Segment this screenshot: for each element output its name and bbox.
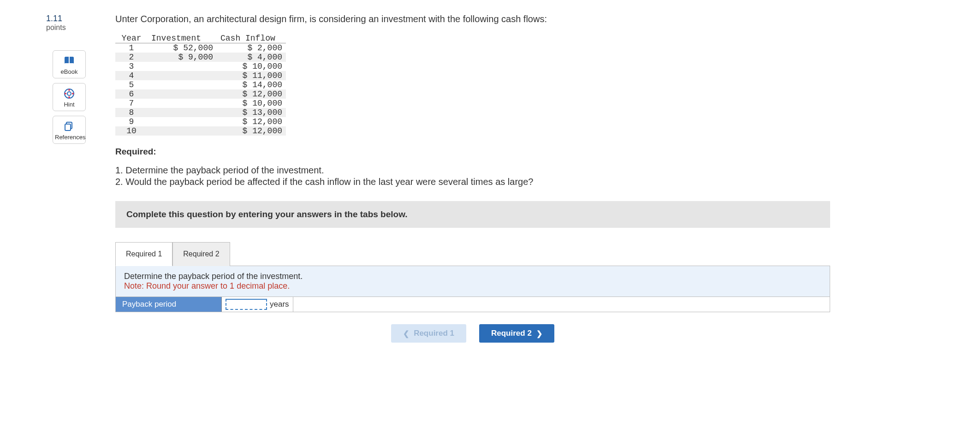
tab-required-2[interactable]: Required 2 — [172, 242, 230, 266]
hint-button[interactable]: Hint — [53, 83, 86, 111]
copy-icon — [64, 121, 75, 132]
cell-year: 9 — [115, 117, 148, 126]
cell-cash: $ 2,000 — [217, 43, 286, 53]
next-button[interactable]: Required 2 ❯ — [479, 324, 554, 343]
cell-year: 10 — [115, 126, 148, 136]
lifesaver-icon — [64, 88, 75, 99]
instruction-bar: Complete this question by entering your … — [115, 201, 830, 228]
requirements-list: 1. Determine the payback period of the i… — [115, 165, 830, 187]
tab-instruction-note: Note: Round your answer to 1 decimal pla… — [124, 281, 821, 291]
cell-year: 2 — [115, 53, 148, 62]
payback-input[interactable] — [226, 299, 267, 310]
answer-unit: years — [267, 300, 289, 309]
tab-required-1[interactable]: Required 1 — [115, 242, 172, 266]
cell-investment — [148, 80, 217, 89]
table-row: 7$ 10,000 — [115, 99, 286, 108]
hint-label: Hint — [64, 101, 74, 108]
tab-body: Determine the payback period of the inve… — [115, 266, 830, 312]
sidebar: 1.11 points eBook Hint References — [46, 14, 92, 343]
cell-investment — [148, 99, 217, 108]
svg-point-1 — [67, 92, 71, 95]
points-value: 1.11 — [46, 14, 92, 24]
problem-intro: Unter Corporation, an architectural desi… — [115, 14, 830, 24]
cell-investment — [148, 117, 217, 126]
cell-year: 1 — [115, 43, 148, 53]
cell-investment: $ 9,000 — [148, 53, 217, 62]
table-row: 10$ 12,000 — [115, 126, 286, 136]
cell-year: 8 — [115, 108, 148, 117]
ebook-button[interactable]: eBook — [53, 50, 86, 78]
required-heading: Required: — [115, 147, 830, 157]
chevron-left-icon: ❮ — [403, 329, 409, 338]
col-year: Year — [115, 34, 148, 43]
table-row: 8$ 13,000 — [115, 108, 286, 117]
answer-cell: years — [222, 297, 293, 312]
cell-year: 4 — [115, 71, 148, 80]
table-row: 6$ 12,000 — [115, 89, 286, 99]
book-icon — [64, 55, 75, 66]
cell-year: 3 — [115, 62, 148, 71]
cell-cash: $ 10,000 — [217, 62, 286, 71]
table-row: 1$ 52,000$ 2,000 — [115, 43, 286, 53]
cell-year: 7 — [115, 99, 148, 108]
tabs: Required 1 Required 2 — [115, 242, 830, 266]
cell-investment — [148, 89, 217, 99]
table-row: 3$ 10,000 — [115, 62, 286, 71]
col-cash: Cash Inflow — [217, 34, 286, 43]
table-row: 5$ 14,000 — [115, 80, 286, 89]
cell-cash: $ 12,000 — [217, 126, 286, 136]
cell-year: 5 — [115, 80, 148, 89]
cell-investment — [148, 108, 217, 117]
nav-buttons: ❮ Required 1 Required 2 ❯ — [115, 324, 830, 343]
requirement-2: 2. Would the payback period be affected … — [115, 177, 830, 187]
requirement-1: 1. Determine the payback period of the i… — [115, 165, 830, 176]
chevron-right-icon: ❯ — [536, 329, 542, 338]
next-label: Required 2 — [491, 329, 532, 338]
table-row: 4$ 11,000 — [115, 71, 286, 80]
cell-cash: $ 4,000 — [217, 53, 286, 62]
cell-cash: $ 11,000 — [217, 71, 286, 80]
table-row: 2$ 9,000$ 4,000 — [115, 53, 286, 62]
cell-investment — [148, 126, 217, 136]
cashflow-table: Year Investment Cash Inflow 1$ 52,000$ 2… — [115, 34, 286, 136]
cell-cash: $ 12,000 — [217, 89, 286, 99]
prev-button: ❮ Required 1 — [391, 324, 466, 343]
cell-investment: $ 52,000 — [148, 43, 217, 53]
cell-cash: $ 10,000 — [217, 99, 286, 108]
cell-cash: $ 13,000 — [217, 108, 286, 117]
references-label: References — [55, 134, 85, 141]
content: Unter Corporation, an architectural desi… — [115, 14, 830, 343]
prev-label: Required 1 — [414, 329, 454, 338]
references-button[interactable]: References — [53, 116, 86, 144]
cell-cash: $ 14,000 — [217, 80, 286, 89]
col-investment: Investment — [148, 34, 217, 43]
cell-year: 6 — [115, 89, 148, 99]
tab-instruction: Determine the payback period of the inve… — [116, 266, 830, 297]
cell-investment — [148, 71, 217, 80]
answer-label: Payback period — [116, 297, 222, 312]
ebook-label: eBook — [61, 68, 78, 75]
table-row: 9$ 12,000 — [115, 117, 286, 126]
points-block: 1.11 points — [46, 14, 92, 32]
points-label: points — [46, 24, 92, 32]
answer-row: Payback period years — [116, 297, 830, 312]
tab-instruction-line: Determine the payback period of the inve… — [124, 272, 821, 281]
cell-investment — [148, 62, 217, 71]
cell-cash: $ 12,000 — [217, 117, 286, 126]
svg-rect-3 — [65, 124, 71, 130]
